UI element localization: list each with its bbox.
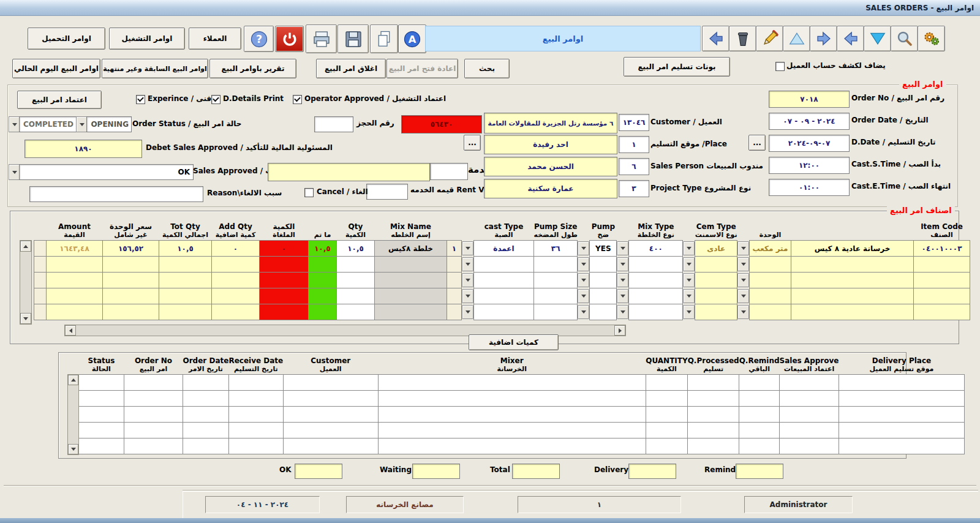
scroll-down-button[interactable] xyxy=(68,444,78,454)
cell-pump_dd-row3[interactable] xyxy=(578,273,590,288)
scroll-right-button[interactable] xyxy=(614,325,625,336)
cell-cast_dd-row2[interactable] xyxy=(462,257,474,273)
cell-pump-row5[interactable] xyxy=(590,304,617,320)
cell-unit_dd-row2[interactable] xyxy=(737,257,750,273)
cell-qty-row2[interactable] xyxy=(337,257,375,273)
cancel-checkbox[interactable] xyxy=(304,188,314,197)
pump_dd-dropdown-button[interactable] xyxy=(578,257,589,271)
cell-tot_qty-row3[interactable] xyxy=(159,273,212,288)
cell-pump_size-row5[interactable] xyxy=(534,304,578,320)
cell-cast_type-row2[interactable] xyxy=(474,257,534,273)
cell-item_name-row3[interactable] xyxy=(791,273,914,288)
cell-mix_type-row3[interactable] xyxy=(629,273,683,288)
cell-order_no-row5[interactable] xyxy=(124,438,183,454)
cell-amount-row5[interactable] xyxy=(47,304,103,320)
cell-quantity-row2[interactable] xyxy=(646,391,687,407)
customer-code-field[interactable]: ١٣٠٤٦ xyxy=(619,114,649,131)
cell-mix_code-row2[interactable] xyxy=(447,257,462,273)
cell-cem_dd-row1[interactable] xyxy=(683,241,695,257)
cell-order_no-row4[interactable] xyxy=(124,423,183,438)
cell-cast_type-row5[interactable] xyxy=(474,304,534,320)
cell-delivery_place-row4[interactable] xyxy=(839,423,964,438)
place-code-field[interactable]: ١ xyxy=(619,136,649,153)
cell-mixtype_dd-row4[interactable] xyxy=(617,288,629,304)
edit-button[interactable] xyxy=(756,26,783,51)
cell-mix_name-row4[interactable] xyxy=(375,288,447,304)
cell-item_code-row1[interactable]: ٠٤٠٠١٠٠٠٣ xyxy=(914,241,970,257)
scroll-up-button[interactable] xyxy=(20,241,31,252)
cell-item_code-row4[interactable] xyxy=(914,288,970,304)
cell-customer-row3[interactable] xyxy=(283,407,378,423)
cell-amount-row1[interactable]: ١٦٤٣,٤٨ xyxy=(47,241,103,257)
cell-status-row2[interactable] xyxy=(79,391,124,407)
cell-q_processed-row5[interactable] xyxy=(688,438,739,454)
cell-cancelled_qty-row1[interactable]: ٠ xyxy=(260,241,309,257)
cell-receive_date-row4[interactable] xyxy=(228,423,283,438)
cell-order_date-row3[interactable] xyxy=(183,407,229,423)
cell-pump_dd-row4[interactable] xyxy=(578,288,590,304)
cell-mix_name-row2[interactable] xyxy=(375,257,447,273)
cell-q_remind-row1[interactable] xyxy=(739,375,780,391)
unit_dd-dropdown-button[interactable] xyxy=(737,241,749,255)
print-button[interactable] xyxy=(306,24,337,53)
cell-sel-row1[interactable] xyxy=(34,241,47,257)
copy-button[interactable] xyxy=(370,24,398,53)
cell-done_qty-row3[interactable] xyxy=(309,273,337,288)
previous-orders-button[interactable]: اوامر البيع السابقة وغير منتهية xyxy=(102,59,208,78)
cell-cem_type-row5[interactable] xyxy=(695,304,737,320)
unit_dd-dropdown-button[interactable] xyxy=(737,273,749,287)
d-date-field[interactable]: ٠٧-٠٩-٢٠٢٤ xyxy=(769,135,850,152)
sales-person-name-field[interactable]: الحسن محمد xyxy=(484,157,617,176)
cell-cast_type-row4[interactable] xyxy=(474,288,534,304)
font-button[interactable]: A xyxy=(398,24,426,53)
cem_dd-dropdown-button[interactable] xyxy=(683,289,695,303)
cell-add_qty-row2[interactable] xyxy=(212,257,260,273)
cell-mix_type-row4[interactable] xyxy=(629,288,683,304)
service-code-field[interactable] xyxy=(430,163,468,180)
cell-quantity-row5[interactable] xyxy=(646,438,687,454)
order-status1-field[interactable]: OPENING xyxy=(86,116,132,132)
cell-item_name-row4[interactable] xyxy=(791,288,914,304)
delete-button[interactable] xyxy=(729,26,756,51)
scroll-down-button[interactable] xyxy=(20,313,31,324)
cell-order_no-row1[interactable] xyxy=(124,375,183,391)
loading-orders-button[interactable]: اوامر التحميل xyxy=(28,28,105,50)
reservation-no-field[interactable] xyxy=(314,116,353,132)
customers-button[interactable]: العملاء xyxy=(189,28,241,50)
cell-receive_date-row2[interactable] xyxy=(228,391,283,407)
cast-end-time-field[interactable]: ٠١:٠٠ xyxy=(769,179,850,196)
add-to-statement-checkbox[interactable] xyxy=(775,62,785,71)
cell-qty-row5[interactable] xyxy=(337,304,375,320)
cell-cem_type-row4[interactable] xyxy=(695,288,737,304)
experience-checkbox[interactable] xyxy=(136,95,145,104)
cell-cancelled_qty-row3[interactable] xyxy=(260,273,309,288)
cell-order_date-row2[interactable] xyxy=(183,391,229,407)
items-vertical-scrollbar[interactable] xyxy=(20,240,32,325)
cell-mixtype_dd-row1[interactable] xyxy=(617,241,629,257)
cell-unit-row5[interactable] xyxy=(750,304,791,320)
cell-mix_code-row5[interactable] xyxy=(447,304,462,320)
power-button[interactable] xyxy=(275,26,304,52)
cell-sales_approve-row2[interactable] xyxy=(780,391,839,407)
cell-cancelled_qty-row4[interactable] xyxy=(260,288,309,304)
cell-amount-row2[interactable] xyxy=(47,257,103,273)
cell-sales_approve-row1[interactable] xyxy=(780,375,839,391)
cell-q_remind-row2[interactable] xyxy=(739,391,780,407)
cell-done_qty-row2[interactable] xyxy=(309,257,337,273)
cell-sel-row3[interactable] xyxy=(34,273,47,288)
scroll-left-button[interactable] xyxy=(65,325,76,336)
orders-report-button[interactable]: تقرير باوامر البيع xyxy=(209,59,296,78)
pump_dd-dropdown-button[interactable] xyxy=(578,305,589,319)
cell-customer-row2[interactable] xyxy=(283,391,378,407)
mixtype_dd-dropdown-button[interactable] xyxy=(617,305,628,319)
unit_dd-dropdown-button[interactable] xyxy=(737,257,749,271)
cell-sales_approve-row5[interactable] xyxy=(780,438,839,454)
cell-pump_dd-row2[interactable] xyxy=(578,257,590,273)
cast_dd-dropdown-button[interactable] xyxy=(462,257,473,271)
cell-cem_type-row3[interactable] xyxy=(695,273,737,288)
cell-mix_name-row1[interactable]: خلطة ٨كيس xyxy=(375,241,447,257)
cell-pump_size-row4[interactable] xyxy=(534,288,578,304)
cell-cem_dd-row5[interactable] xyxy=(683,304,695,320)
total-field[interactable] xyxy=(512,464,560,479)
debet-approved-field[interactable]: ١٨٩٠ xyxy=(24,140,142,158)
